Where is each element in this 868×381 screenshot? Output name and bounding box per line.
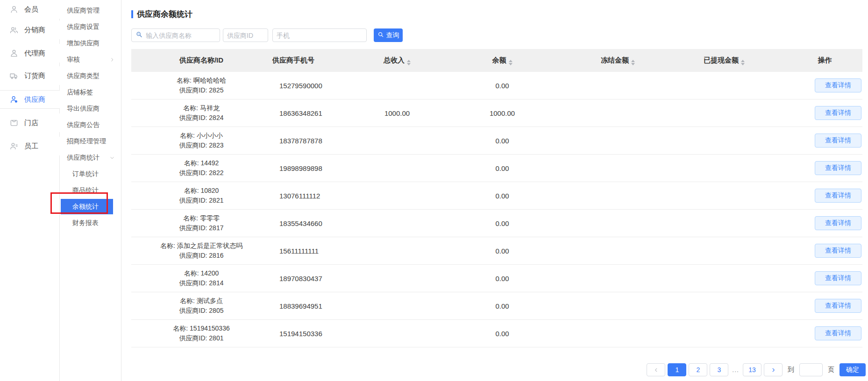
phone-cell: 15194150336 — [271, 330, 364, 338]
sidebar-item-label: 会员 — [24, 5, 38, 14]
balance-cell: 1000.00 — [430, 109, 575, 117]
view-detail-button[interactable]: 查看详情 — [815, 106, 861, 120]
sort-icon[interactable] — [741, 60, 745, 65]
action-cell: 查看详情 — [787, 134, 862, 148]
submenu-item-label: 增加供应商 — [67, 39, 100, 47]
action-cell: 查看详情 — [787, 161, 862, 175]
supplier-name: 名称: 零零零 — [131, 213, 271, 223]
page-jump-input[interactable] — [799, 363, 823, 376]
table-body: 名称: 啊哈哈哈哈供应商ID: 2825152795900000.00查看详情名… — [131, 72, 862, 347]
prev-page-button[interactable] — [647, 363, 665, 376]
submenu-item-供应商管理[interactable]: 供应商管理 — [60, 2, 121, 19]
submenu-item-label: 供应商公告 — [67, 121, 100, 128]
col-header-7: 操作 — [787, 56, 862, 65]
supplier-name-input[interactable] — [146, 29, 216, 42]
balance-cell: 0.00 — [430, 219, 575, 227]
supplier-name-id-cell: 名称: 添加之后是正常状态吗供应商ID: 2816 — [131, 241, 271, 261]
supplier-name-id-cell: 名称: 10820供应商ID: 2821 — [131, 186, 271, 205]
supplier-name-id-cell: 名称: 14200供应商ID: 2814 — [131, 268, 271, 288]
balance-cell: 0.00 — [430, 302, 575, 310]
action-cell: 查看详情 — [787, 216, 862, 230]
phone-cell: 18636348261 — [271, 109, 364, 117]
supplier-name-id-cell: 名称: 啊哈哈哈哈供应商ID: 2825 — [131, 76, 271, 95]
view-detail-button[interactable]: 查看详情 — [815, 299, 861, 313]
supplier-name-id-cell: 名称: 14492供应商ID: 2822 — [131, 158, 271, 178]
supplier-name: 名称: 15194150336 — [131, 324, 271, 333]
phone-input[interactable] — [277, 29, 363, 42]
page-button-1[interactable]: 1 — [668, 363, 686, 376]
query-button[interactable]: 查询 — [374, 28, 403, 42]
sidebar-item-订货商[interactable]: 订货商 — [0, 66, 60, 85]
submenu-item-招商经理管理[interactable]: 招商经理管理 — [60, 133, 121, 149]
supplier-id: 供应商ID: 2814 — [131, 278, 271, 288]
phone-field[interactable] — [272, 28, 367, 42]
sort-icon[interactable] — [631, 60, 635, 65]
page-button-3[interactable]: 3 — [710, 363, 728, 376]
submenu-item-导出供应商[interactable]: 导出供应商 — [60, 100, 121, 117]
sidebar-item-供应商[interactable]: 供应商 — [0, 90, 60, 109]
submenu-item-供应商公告[interactable]: 供应商公告 — [60, 117, 121, 133]
supplier-icon — [9, 95, 19, 104]
action-cell: 查看详情 — [787, 78, 862, 92]
submenu-item-供应商类型[interactable]: 供应商类型 — [60, 68, 121, 84]
submenu-item-审核[interactable]: 审核 — [60, 51, 121, 68]
magnifier-icon — [135, 31, 143, 40]
col-header-4[interactable]: 余额 — [430, 56, 575, 65]
submenu-item-供应商设置[interactable]: 供应商设置 — [60, 19, 121, 35]
col-header-label: 供应商手机号 — [272, 56, 314, 64]
view-detail-button[interactable]: 查看详情 — [815, 244, 861, 258]
supplier-id: 供应商ID: 2825 — [131, 85, 271, 95]
sidebar-item-会员[interactable]: 会员 — [0, 0, 60, 19]
sidebar-item-员工[interactable]: 员工 — [0, 137, 60, 155]
submenu-item-店铺标签[interactable]: 店铺标签 — [60, 84, 121, 100]
submenu-item-增加供应商[interactable]: 增加供应商 — [60, 35, 121, 51]
table-row: 名称: 添加之后是正常状态吗供应商ID: 2816156111111110.00… — [131, 237, 862, 265]
sort-icon[interactable] — [509, 60, 512, 65]
supplier-id-field[interactable] — [223, 28, 268, 42]
title-accent-bar — [131, 10, 133, 18]
supplier-name: 名称: 马祥龙 — [131, 103, 271, 113]
submenu-item-订单统计[interactable]: 订单统计 — [60, 166, 121, 182]
sidebar-item-label: 员工 — [24, 142, 38, 151]
search-bar: 查询 — [131, 28, 403, 42]
col-header-5[interactable]: 冻结金额 — [575, 56, 661, 65]
query-button-label: 查询 — [386, 31, 399, 40]
table-row: 名称: 14492供应商ID: 2822198989898980.00查看详情 — [131, 155, 862, 182]
action-cell: 查看详情 — [787, 106, 862, 120]
col-header-6[interactable]: 已提现金额 — [661, 56, 787, 65]
submenu-item-供应商统计[interactable]: 供应商统计 — [60, 149, 121, 166]
page-button-13[interactable]: 13 — [743, 363, 761, 376]
balance-cell: 0.00 — [430, 164, 575, 172]
view-detail-button[interactable]: 查看详情 — [815, 161, 861, 175]
sort-icon[interactable] — [407, 60, 411, 65]
view-detail-button[interactable]: 查看详情 — [815, 189, 861, 203]
next-page-button[interactable] — [764, 363, 783, 376]
supplier-id-input[interactable] — [227, 29, 264, 42]
submenu-item-label: 招商经理管理 — [67, 137, 106, 145]
store-icon — [9, 118, 19, 127]
page-button-2[interactable]: 2 — [689, 363, 707, 376]
submenu-item-商品统计[interactable]: 商品统计 — [60, 182, 121, 198]
sidebar-item-分销商[interactable]: 分销商 — [0, 21, 60, 39]
page-title-row: 供应商余额统计 — [131, 9, 192, 20]
confirm-button[interactable]: 确定 — [840, 363, 866, 376]
submenu-item-label: 余额统计 — [72, 203, 99, 210]
sidebar-item-门店[interactable]: 门店 — [0, 113, 60, 132]
sidebar-item-代理商[interactable]: 代理商 — [0, 44, 60, 63]
col-header-3[interactable]: 总收入 — [364, 56, 430, 65]
balance-cell: 0.00 — [430, 137, 575, 145]
supplier-name-id-cell: 名称: 小小小小供应商ID: 2823 — [131, 131, 271, 150]
view-detail-button[interactable]: 查看详情 — [815, 216, 861, 230]
table-row: 名称: 零零零供应商ID: 2817183554346600.00查看详情 — [131, 210, 862, 237]
action-cell: 查看详情 — [787, 244, 862, 258]
submenu-item-财务报表[interactable]: 财务报表 — [60, 215, 121, 231]
view-detail-button[interactable]: 查看详情 — [815, 78, 861, 92]
table-row: 名称: 测试多点供应商ID: 2805188396949510.00查看详情 — [131, 292, 862, 320]
submenu-item-余额统计[interactable]: 余额统计 — [61, 199, 113, 214]
view-detail-button[interactable]: 查看详情 — [815, 134, 861, 148]
supplier-id: 供应商ID: 2824 — [131, 113, 271, 123]
view-detail-button[interactable]: 查看详情 — [815, 326, 861, 340]
supplier-name-field[interactable] — [131, 28, 220, 42]
view-detail-button[interactable]: 查看详情 — [815, 271, 861, 285]
table-row: 名称: 啊哈哈哈哈供应商ID: 2825152795900000.00查看详情 — [131, 72, 862, 99]
